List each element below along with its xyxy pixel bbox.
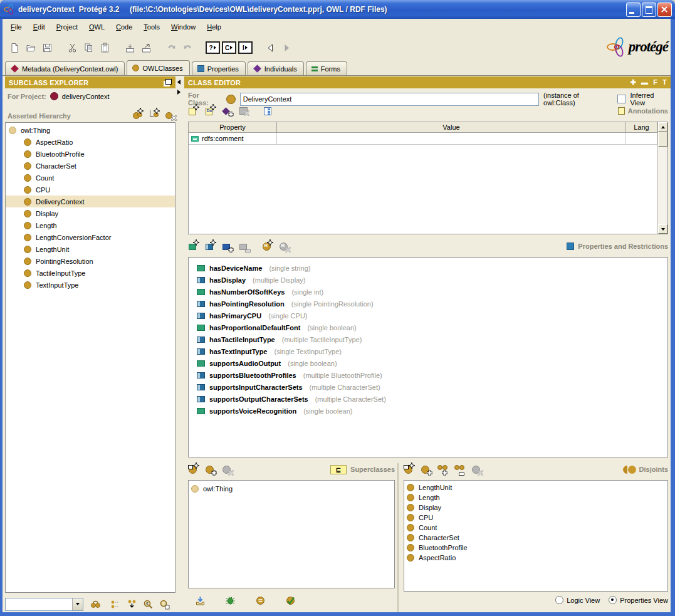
search-class-button[interactable] [156, 596, 172, 612]
expand-subclasses-button[interactable] [123, 596, 140, 612]
create-subclass-button[interactable] [149, 110, 159, 120]
delete-annotation-button[interactable] [239, 106, 249, 116]
remove-view-button[interactable]: ▬ [641, 78, 648, 86]
tree-item[interactable]: TextInputType [6, 279, 175, 291]
menu-item[interactable]: Project [51, 21, 83, 33]
property-row[interactable]: hasDeviceName (single string) [197, 262, 667, 274]
scroll-down-button[interactable] [658, 224, 667, 234]
detach-view-icon[interactable] [164, 79, 172, 86]
properties-list[interactable]: hasDeviceName (single string) hasDisplay… [188, 257, 668, 457]
tree-item[interactable]: LengthUnit [6, 243, 175, 255]
remove-all-siblings-button[interactable] [454, 464, 465, 474]
property-row[interactable]: supportsInputCharacterSets (multiple Cha… [197, 381, 667, 393]
annotation-form-button[interactable] [263, 106, 274, 116]
delete-class-button[interactable] [165, 110, 175, 120]
add-disjoint-button[interactable] [421, 464, 431, 474]
cut-button[interactable] [64, 39, 80, 56]
create-object-property-button[interactable] [205, 241, 216, 251]
new-project-button[interactable] [6, 39, 23, 56]
tab[interactable]: OWLClasses [127, 60, 189, 75]
tab[interactable]: Metadata (DeliveryContext.owl) [5, 61, 125, 75]
remove-disjoint-button[interactable] [471, 464, 482, 474]
add-property-button[interactable] [222, 241, 233, 251]
create-restriction-button[interactable]: R [262, 241, 273, 251]
property-row[interactable]: hasTextInputType (single TextInputType) [197, 345, 667, 357]
find-usage-button[interactable]: ? [204, 39, 221, 56]
minimize-button[interactable] [626, 3, 641, 17]
tab[interactable]: Properties [192, 61, 246, 75]
create-superclass-button[interactable] [188, 464, 199, 474]
menu-item[interactable]: Code [110, 21, 138, 33]
panel-splitter[interactable] [177, 77, 182, 102]
column-header-lang[interactable]: Lang [626, 122, 657, 133]
properties-view-option[interactable]: Properties View [609, 596, 668, 604]
combo-dropdown-button[interactable] [72, 598, 83, 610]
search-domain-button[interactable] [140, 596, 156, 612]
menu-item[interactable]: File [5, 21, 28, 33]
tab[interactable]: Individuals [248, 61, 304, 75]
create-annotation-button[interactable] [188, 106, 199, 116]
column-header-property[interactable]: Property [189, 122, 277, 133]
create-dc-annotation-button[interactable]: Do [205, 106, 216, 116]
disjoint-item[interactable]: CharacterSet [404, 533, 667, 543]
tab[interactable]: Forms [306, 61, 347, 75]
goto-class-button[interactable]: C [221, 39, 237, 56]
scroll-up-button[interactable] [658, 122, 667, 132]
archive-button[interactable] [122, 39, 138, 56]
collapse-right-icon[interactable] [177, 90, 181, 95]
property-row[interactable]: hasPointingResolution (single PointingRe… [197, 298, 667, 310]
disjoint-item[interactable]: BluetoothProfile [404, 543, 667, 553]
superclass-view-button[interactable] [107, 596, 123, 612]
tree-item[interactable]: BluetoothProfile [6, 148, 175, 160]
tree-item[interactable]: DeliveryContext [6, 196, 175, 207]
navigate-back-button[interactable] [262, 39, 278, 56]
debug-button[interactable] [222, 592, 238, 608]
tree-item[interactable]: Length [6, 219, 175, 231]
property-row[interactable]: supportsBluetoothProfiles (multiple Blue… [197, 369, 667, 381]
consistency-button[interactable] [252, 592, 268, 608]
property-row[interactable]: hasNumberOfSoftKeys (single int) [197, 286, 667, 298]
remove-restriction-button[interactable]: R [279, 241, 290, 251]
annotations-scrollbar[interactable] [657, 122, 667, 234]
collapse-left-icon[interactable] [177, 80, 181, 85]
tree-item[interactable]: AspectRatio [6, 136, 175, 148]
check-consistency-button[interactable] [282, 592, 298, 608]
tree-item[interactable]: Display [6, 207, 175, 219]
menu-item[interactable]: Help [201, 21, 227, 33]
add-view-button[interactable]: ✚ [631, 78, 636, 86]
save-project-button[interactable] [39, 39, 55, 56]
class-name-input[interactable] [240, 93, 539, 106]
property-row[interactable]: supportsAudioOutput (single boolean) [197, 357, 667, 369]
create-disjoint-class-button[interactable] [404, 464, 414, 474]
class-tree[interactable]: owl:Thing AspectRatio BluetoothProfile [5, 122, 175, 593]
import-axioms-button[interactable] [192, 592, 208, 608]
paste-button[interactable] [97, 39, 113, 56]
inferred-view-checkbox[interactable] [617, 95, 626, 103]
create-class-button[interactable] [132, 110, 143, 120]
disjoint-item[interactable]: Length [404, 493, 667, 503]
tree-item[interactable]: Count [6, 172, 175, 184]
export-button[interactable] [138, 39, 154, 56]
maximize-button[interactable] [642, 3, 656, 17]
menu-item[interactable]: Tools [138, 21, 165, 33]
column-header-value[interactable]: Value [277, 122, 626, 133]
superclasses-list[interactable]: owl:Thing [188, 480, 395, 588]
undo-button[interactable] [163, 39, 179, 56]
create-datatype-property-button[interactable] [188, 241, 199, 251]
remove-property-button[interactable] [239, 241, 249, 251]
property-row[interactable]: hasPrimaryCPU (single CPU) [197, 310, 667, 321]
annotation-row-value[interactable] [277, 133, 626, 145]
tree-item[interactable]: CPU [6, 184, 175, 196]
bottom-pane-splitter[interactable] [397, 463, 399, 612]
add-superclass-button[interactable] [205, 464, 216, 474]
disjoint-item[interactable]: Count [404, 523, 667, 533]
disjoints-list[interactable]: LengthUnit Length Display CPU [404, 480, 668, 592]
annotation-row-lang[interactable] [626, 133, 657, 145]
open-project-button[interactable] [23, 39, 39, 56]
property-row[interactable]: supportsOutputCharacterSets (multiple Ch… [197, 393, 667, 405]
float-view-button[interactable]: F [653, 78, 657, 86]
find-class-button[interactable] [87, 596, 103, 612]
superclass-item[interactable]: owl:Thing [189, 483, 394, 494]
property-row[interactable]: hasProportionalDefaultFont (single boole… [197, 321, 667, 333]
property-row[interactable]: supportsVoiceRecognition (single boolean… [197, 405, 667, 417]
